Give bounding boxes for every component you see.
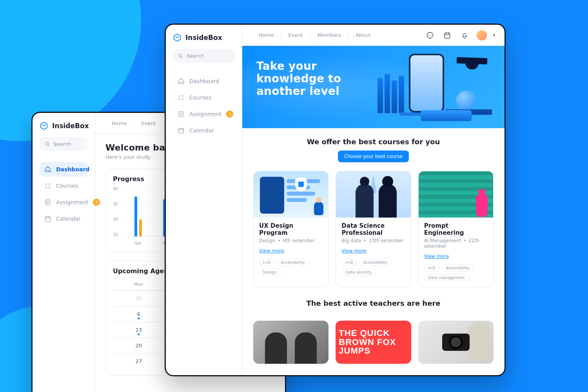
section-title: The best active teachers are here	[253, 299, 494, 307]
teachers-section: The best active teachers are here	[242, 287, 505, 314]
bell-icon	[461, 31, 468, 39]
tab-event[interactable]: Event	[134, 120, 163, 126]
tag: Accessibility	[277, 259, 309, 266]
course-grid: UX Design Program Design•6th setember Vi…	[242, 164, 505, 287]
view-more-link[interactable]: View more	[341, 248, 366, 254]
avatar[interactable]	[476, 29, 488, 41]
sidebar-item-dashboard[interactable]: Dashboard	[173, 74, 235, 89]
courses-section: We offer the best courses for you Choose…	[242, 128, 505, 164]
course-tags: I+D Accessibility Data management	[424, 264, 488, 281]
sidebar-item-label: Calendar	[189, 127, 214, 134]
sidebar-item-label: Dashboard	[189, 78, 219, 84]
tag: Data security	[341, 269, 376, 276]
teachers-grid: THE QUICK BROWN FOX JUMPS	[242, 314, 505, 376]
choose-course-button[interactable]: Choose your best course	[338, 151, 409, 162]
course-title: Data Science Professional	[341, 222, 405, 236]
assignment-badge: 3	[226, 111, 233, 118]
logo-icon	[40, 122, 48, 130]
sidebar-item-dashboard[interactable]: Dashboard	[40, 162, 88, 177]
course-thumb	[254, 171, 328, 218]
sidebar-item-assignment[interactable]: Assignment 3	[173, 107, 235, 122]
sidebar-item-label: Courses	[56, 183, 78, 189]
chat-button[interactable]	[424, 29, 436, 41]
search-placeholder: Search	[187, 53, 204, 59]
calendar-icon	[44, 215, 51, 222]
chevron-down-icon[interactable]: ▾	[493, 33, 495, 37]
document-icon	[44, 199, 51, 206]
home-icon	[178, 78, 185, 85]
calendar-icon	[443, 31, 451, 39]
tag: I+D	[259, 259, 274, 266]
view-more-link[interactable]: View more	[424, 254, 449, 259]
search-placeholder: Search	[53, 141, 71, 147]
calendar-button[interactable]	[441, 29, 453, 41]
grid-icon	[178, 94, 185, 101]
tag: Accessibility	[359, 259, 391, 266]
sidebar-item-label: Calendar	[56, 216, 81, 222]
sidebar-item-calendar[interactable]: Calendar	[40, 211, 88, 226]
tag: Design	[259, 269, 281, 276]
brand-name: InsideBox	[52, 122, 89, 130]
course-card[interactable]: Data Science Professional Big data•13th …	[336, 171, 411, 287]
chart-y-labels: 40302010	[113, 187, 118, 237]
view-more-link[interactable]: View more	[259, 248, 284, 254]
notifications-button[interactable]	[459, 29, 470, 41]
sidebar-item-calendar[interactable]: Calendar	[173, 123, 235, 138]
tag: I+D	[341, 259, 357, 266]
tag: I+D	[424, 264, 439, 272]
sidebar: InsideBox Search Dashboard Courses Assig…	[33, 113, 95, 392]
sidebar-item-label: Assignment	[56, 199, 88, 205]
tag: Accessibility	[442, 264, 474, 272]
course-meta: Design•6th setember	[259, 238, 323, 243]
sidebar-item-label: Dashboard	[56, 166, 89, 172]
course-card[interactable]: Prompt Engineering AI Management•22th se…	[418, 171, 494, 287]
tab-home[interactable]: Home	[252, 32, 281, 38]
brand: InsideBox	[173, 33, 235, 42]
calendar-icon	[178, 127, 185, 134]
course-tags: I+D Accessibility Design	[259, 259, 323, 276]
tab-home[interactable]: Home	[105, 120, 134, 126]
sidebar-item-label: Assignment	[189, 111, 221, 117]
camera-icon	[442, 334, 470, 351]
courses-window: InsideBox Search Dashboard Courses Assig…	[165, 24, 506, 376]
teacher-card[interactable]	[253, 321, 328, 364]
course-thumb	[336, 171, 410, 218]
course-meta: Big data•13th setember	[341, 238, 405, 243]
grid-icon	[44, 182, 51, 189]
course-title: Prompt Engineering	[424, 222, 488, 236]
chat-icon	[426, 31, 434, 39]
courses-main: Home Event Members About ▾ Take your kno…	[242, 25, 505, 376]
sidebar: InsideBox Search Dashboard Courses Assig…	[166, 25, 242, 376]
hero-title: Take your knowledge to another level	[256, 60, 374, 98]
sidebar-item-assignment[interactable]: Assignment 3	[40, 195, 88, 210]
section-title: We offer the best courses for you	[253, 138, 494, 146]
tab-event[interactable]: Event	[281, 32, 310, 38]
tab-about[interactable]: About	[348, 32, 377, 38]
course-tags: I+D Accessibility Data security	[341, 259, 405, 276]
search-input[interactable]: Search	[173, 49, 235, 63]
teacher-card[interactable]	[418, 321, 494, 364]
sidebar-nav: Dashboard Courses Assignment 3 Calendar	[173, 74, 235, 138]
course-card[interactable]: UX Design Program Design•6th setember Vi…	[253, 171, 328, 287]
course-thumb	[419, 171, 493, 218]
hero-illustration	[366, 54, 495, 124]
topbar: Home Event Members About ▾	[242, 25, 505, 46]
course-title: UX Design Program	[259, 222, 323, 236]
document-icon	[178, 111, 185, 118]
search-input[interactable]: Search	[40, 137, 88, 151]
teacher-card[interactable]: THE QUICK BROWN FOX JUMPS	[336, 321, 411, 364]
hero-banner: Take your knowledge to another level	[242, 46, 505, 128]
top-actions: ▾	[424, 29, 495, 41]
search-icon	[178, 53, 183, 59]
sidebar-item-label: Courses	[189, 94, 211, 101]
top-tabs: Home Event Members About	[252, 32, 377, 38]
tab-members[interactable]: Members	[310, 32, 348, 38]
brand-name: InsideBox	[185, 34, 222, 42]
sidebar-item-courses[interactable]: Courses	[40, 178, 88, 193]
home-icon	[44, 166, 51, 173]
course-meta: AI Management•22th setember	[424, 238, 488, 249]
logo-icon	[173, 33, 181, 42]
sidebar-item-courses[interactable]: Courses	[173, 90, 235, 105]
search-icon	[44, 141, 50, 147]
poster-text: THE QUICK BROWN FOX JUMPS	[339, 329, 408, 355]
